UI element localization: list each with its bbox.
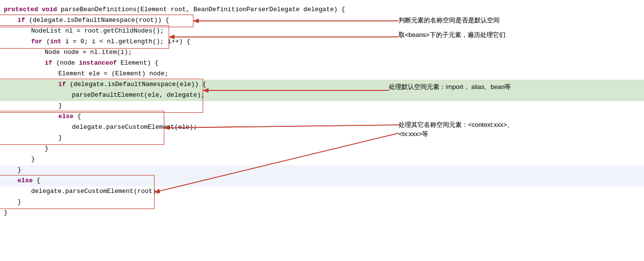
code-line: if (delegate.isDefaultNamespace(ele)) {	[0, 80, 644, 90]
code-line: parseDefaultElement(ele, delegate);	[0, 90, 644, 101]
code-line: delegate.parseCustomElement(ele);	[0, 122, 644, 133]
main-container: protected void parseBeanDefinitions(Elem…	[0, 0, 644, 261]
code-line: else {	[0, 112, 644, 122]
code-line: Node node = nl.item(i);	[0, 48, 644, 58]
code-line: }	[0, 101, 644, 112]
code-line: }	[0, 144, 644, 155]
code-line: Element ele = (Element) node;	[0, 69, 644, 80]
code-line: }	[0, 133, 644, 144]
code-line: }	[0, 155, 644, 165]
code-line: delegate.parseCustomElement(root);	[0, 187, 644, 197]
code-line: if (delegate.isDefaultNamespace(root)) {	[0, 16, 644, 26]
code-area: protected void parseBeanDefinitions(Elem…	[0, 3, 644, 221]
code-line: protected void parseBeanDefinitions(Elem…	[0, 5, 644, 16]
code-line: }	[0, 197, 644, 208]
code-line: }	[0, 208, 644, 219]
code-line: NodeList nl = root.getChildNodes();	[0, 26, 644, 37]
code-line: for (int i = 0; i < nl.getLength(); i++)…	[0, 37, 644, 48]
code-line: else {	[0, 176, 644, 187]
code-line: }	[0, 165, 644, 176]
code-line: if (node instanceof Element) {	[0, 58, 644, 69]
